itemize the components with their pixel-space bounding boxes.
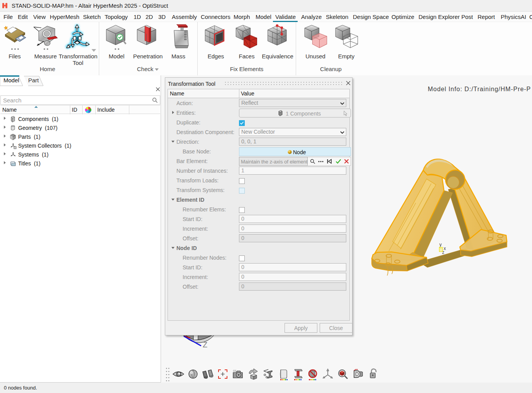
svg-text:Z: Z [203,340,207,349]
svg-text:y: y [439,242,442,247]
